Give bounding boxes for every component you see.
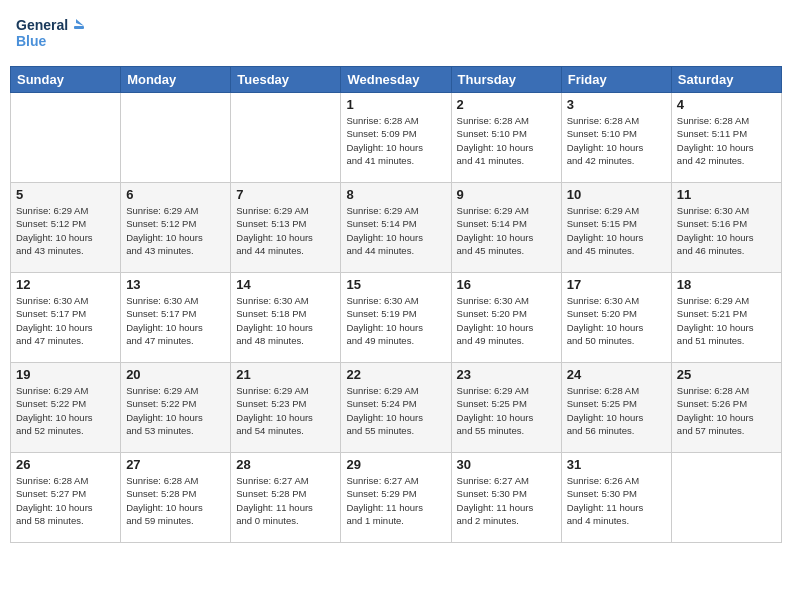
day-info: Sunrise: 6:29 AM Sunset: 5:12 PM Dayligh…: [16, 204, 115, 257]
day-info: Sunrise: 6:30 AM Sunset: 5:19 PM Dayligh…: [346, 294, 445, 347]
day-number: 7: [236, 187, 335, 202]
weekday-header-row: SundayMondayTuesdayWednesdayThursdayFrid…: [11, 67, 782, 93]
calendar-cell: 31Sunrise: 6:26 AM Sunset: 5:30 PM Dayli…: [561, 453, 671, 543]
day-number: 18: [677, 277, 776, 292]
calendar-cell: 24Sunrise: 6:28 AM Sunset: 5:25 PM Dayli…: [561, 363, 671, 453]
calendar-week-row: 12Sunrise: 6:30 AM Sunset: 5:17 PM Dayli…: [11, 273, 782, 363]
day-info: Sunrise: 6:29 AM Sunset: 5:14 PM Dayligh…: [346, 204, 445, 257]
day-number: 6: [126, 187, 225, 202]
calendar-cell: 12Sunrise: 6:30 AM Sunset: 5:17 PM Dayli…: [11, 273, 121, 363]
day-info: Sunrise: 6:28 AM Sunset: 5:26 PM Dayligh…: [677, 384, 776, 437]
svg-text:Blue: Blue: [16, 33, 47, 49]
calendar-cell: [11, 93, 121, 183]
day-number: 4: [677, 97, 776, 112]
day-info: Sunrise: 6:26 AM Sunset: 5:30 PM Dayligh…: [567, 474, 666, 527]
day-info: Sunrise: 6:29 AM Sunset: 5:25 PM Dayligh…: [457, 384, 556, 437]
calendar-cell: 29Sunrise: 6:27 AM Sunset: 5:29 PM Dayli…: [341, 453, 451, 543]
day-number: 13: [126, 277, 225, 292]
calendar-cell: 6Sunrise: 6:29 AM Sunset: 5:12 PM Daylig…: [121, 183, 231, 273]
calendar-table: SundayMondayTuesdayWednesdayThursdayFrid…: [10, 66, 782, 543]
day-number: 25: [677, 367, 776, 382]
day-info: Sunrise: 6:29 AM Sunset: 5:24 PM Dayligh…: [346, 384, 445, 437]
day-number: 10: [567, 187, 666, 202]
day-info: Sunrise: 6:29 AM Sunset: 5:22 PM Dayligh…: [16, 384, 115, 437]
weekday-header-cell: Sunday: [11, 67, 121, 93]
calendar-cell: [231, 93, 341, 183]
calendar-cell: 23Sunrise: 6:29 AM Sunset: 5:25 PM Dayli…: [451, 363, 561, 453]
day-number: 15: [346, 277, 445, 292]
day-number: 29: [346, 457, 445, 472]
calendar-cell: 11Sunrise: 6:30 AM Sunset: 5:16 PM Dayli…: [671, 183, 781, 273]
weekday-header-cell: Tuesday: [231, 67, 341, 93]
calendar-cell: 14Sunrise: 6:30 AM Sunset: 5:18 PM Dayli…: [231, 273, 341, 363]
day-number: 22: [346, 367, 445, 382]
day-info: Sunrise: 6:29 AM Sunset: 5:13 PM Dayligh…: [236, 204, 335, 257]
day-number: 14: [236, 277, 335, 292]
calendar-cell: 3Sunrise: 6:28 AM Sunset: 5:10 PM Daylig…: [561, 93, 671, 183]
day-info: Sunrise: 6:28 AM Sunset: 5:27 PM Dayligh…: [16, 474, 115, 527]
day-info: Sunrise: 6:28 AM Sunset: 5:11 PM Dayligh…: [677, 114, 776, 167]
calendar-cell: 5Sunrise: 6:29 AM Sunset: 5:12 PM Daylig…: [11, 183, 121, 273]
calendar-cell: 13Sunrise: 6:30 AM Sunset: 5:17 PM Dayli…: [121, 273, 231, 363]
calendar-cell: [121, 93, 231, 183]
day-info: Sunrise: 6:28 AM Sunset: 5:09 PM Dayligh…: [346, 114, 445, 167]
svg-rect-3: [74, 26, 84, 29]
day-number: 26: [16, 457, 115, 472]
day-info: Sunrise: 6:29 AM Sunset: 5:12 PM Dayligh…: [126, 204, 225, 257]
page-header: General Blue: [10, 10, 782, 58]
calendar-cell: 22Sunrise: 6:29 AM Sunset: 5:24 PM Dayli…: [341, 363, 451, 453]
day-number: 17: [567, 277, 666, 292]
calendar-cell: 27Sunrise: 6:28 AM Sunset: 5:28 PM Dayli…: [121, 453, 231, 543]
day-number: 5: [16, 187, 115, 202]
calendar-cell: 16Sunrise: 6:30 AM Sunset: 5:20 PM Dayli…: [451, 273, 561, 363]
day-number: 27: [126, 457, 225, 472]
day-number: 24: [567, 367, 666, 382]
day-info: Sunrise: 6:29 AM Sunset: 5:23 PM Dayligh…: [236, 384, 335, 437]
calendar-cell: 25Sunrise: 6:28 AM Sunset: 5:26 PM Dayli…: [671, 363, 781, 453]
calendar-week-row: 19Sunrise: 6:29 AM Sunset: 5:22 PM Dayli…: [11, 363, 782, 453]
day-info: Sunrise: 6:27 AM Sunset: 5:30 PM Dayligh…: [457, 474, 556, 527]
calendar-cell: 15Sunrise: 6:30 AM Sunset: 5:19 PM Dayli…: [341, 273, 451, 363]
calendar-cell: 1Sunrise: 6:28 AM Sunset: 5:09 PM Daylig…: [341, 93, 451, 183]
day-number: 11: [677, 187, 776, 202]
day-number: 3: [567, 97, 666, 112]
logo-svg: General Blue: [16, 14, 86, 54]
day-info: Sunrise: 6:28 AM Sunset: 5:10 PM Dayligh…: [457, 114, 556, 167]
day-number: 12: [16, 277, 115, 292]
day-number: 21: [236, 367, 335, 382]
day-number: 1: [346, 97, 445, 112]
weekday-header-cell: Saturday: [671, 67, 781, 93]
calendar-cell: 21Sunrise: 6:29 AM Sunset: 5:23 PM Dayli…: [231, 363, 341, 453]
day-info: Sunrise: 6:29 AM Sunset: 5:21 PM Dayligh…: [677, 294, 776, 347]
calendar-cell: 2Sunrise: 6:28 AM Sunset: 5:10 PM Daylig…: [451, 93, 561, 183]
calendar-cell: 10Sunrise: 6:29 AM Sunset: 5:15 PM Dayli…: [561, 183, 671, 273]
day-info: Sunrise: 6:30 AM Sunset: 5:18 PM Dayligh…: [236, 294, 335, 347]
weekday-header-cell: Monday: [121, 67, 231, 93]
day-number: 19: [16, 367, 115, 382]
day-info: Sunrise: 6:28 AM Sunset: 5:25 PM Dayligh…: [567, 384, 666, 437]
calendar-cell: 18Sunrise: 6:29 AM Sunset: 5:21 PM Dayli…: [671, 273, 781, 363]
weekday-header-cell: Thursday: [451, 67, 561, 93]
calendar-cell: 8Sunrise: 6:29 AM Sunset: 5:14 PM Daylig…: [341, 183, 451, 273]
day-number: 23: [457, 367, 556, 382]
calendar-week-row: 26Sunrise: 6:28 AM Sunset: 5:27 PM Dayli…: [11, 453, 782, 543]
day-number: 16: [457, 277, 556, 292]
day-info: Sunrise: 6:27 AM Sunset: 5:29 PM Dayligh…: [346, 474, 445, 527]
weekday-header-cell: Friday: [561, 67, 671, 93]
calendar-week-row: 5Sunrise: 6:29 AM Sunset: 5:12 PM Daylig…: [11, 183, 782, 273]
day-number: 8: [346, 187, 445, 202]
calendar-week-row: 1Sunrise: 6:28 AM Sunset: 5:09 PM Daylig…: [11, 93, 782, 183]
calendar-cell: 9Sunrise: 6:29 AM Sunset: 5:14 PM Daylig…: [451, 183, 561, 273]
day-number: 30: [457, 457, 556, 472]
day-number: 28: [236, 457, 335, 472]
day-info: Sunrise: 6:28 AM Sunset: 5:28 PM Dayligh…: [126, 474, 225, 527]
calendar-cell: 4Sunrise: 6:28 AM Sunset: 5:11 PM Daylig…: [671, 93, 781, 183]
calendar-cell: 7Sunrise: 6:29 AM Sunset: 5:13 PM Daylig…: [231, 183, 341, 273]
day-info: Sunrise: 6:28 AM Sunset: 5:10 PM Dayligh…: [567, 114, 666, 167]
day-info: Sunrise: 6:29 AM Sunset: 5:15 PM Dayligh…: [567, 204, 666, 257]
calendar-body: 1Sunrise: 6:28 AM Sunset: 5:09 PM Daylig…: [11, 93, 782, 543]
day-info: Sunrise: 6:30 AM Sunset: 5:20 PM Dayligh…: [457, 294, 556, 347]
day-number: 9: [457, 187, 556, 202]
day-info: Sunrise: 6:30 AM Sunset: 5:17 PM Dayligh…: [16, 294, 115, 347]
day-info: Sunrise: 6:29 AM Sunset: 5:22 PM Dayligh…: [126, 384, 225, 437]
